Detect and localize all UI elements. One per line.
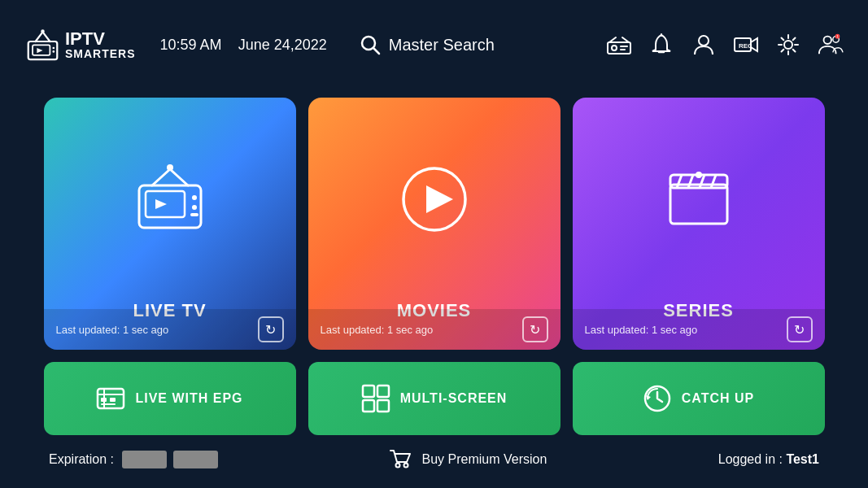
movies-icon-area xyxy=(398,98,471,300)
footer-logged-in: Logged in : Test1 xyxy=(718,452,819,467)
header: IPTV SMARTERS 10:59 AM June 24,2022 Mast… xyxy=(0,0,868,89)
movies-updated: Last updated: 1 sec ago xyxy=(321,324,434,336)
multiscreen-icon xyxy=(361,384,390,413)
logo-text: IPTV SMARTERS xyxy=(65,30,136,59)
catchup-label: CATCH UP xyxy=(682,391,754,406)
epg-icon xyxy=(96,384,125,413)
buy-premium-button[interactable]: Buy Premium Version xyxy=(389,449,547,470)
svg-point-6 xyxy=(53,47,55,50)
svg-line-41 xyxy=(688,175,693,188)
svg-point-13 xyxy=(612,46,617,50)
movies-card[interactable]: MOVIES Last updated: 1 sec ago ↻ xyxy=(308,98,560,350)
svg-rect-14 xyxy=(620,46,628,47)
svg-rect-53 xyxy=(363,400,374,412)
svg-marker-5 xyxy=(37,48,42,53)
logged-in-label: Logged in : xyxy=(718,452,783,466)
svg-point-58 xyxy=(404,464,408,468)
series-updated: Last updated: 1 sec ago xyxy=(585,324,698,336)
logo-smarters: SMARTERS xyxy=(65,48,136,59)
svg-line-43 xyxy=(711,175,716,188)
header-icons: REC ! xyxy=(606,32,844,58)
svg-rect-51 xyxy=(363,386,374,397)
logo-iptv: IPTV xyxy=(65,30,136,48)
svg-point-29 xyxy=(167,164,173,171)
svg-rect-35 xyxy=(190,213,198,216)
search-bar[interactable]: Master Search xyxy=(360,34,606,55)
svg-rect-38 xyxy=(670,185,727,224)
movies-footer: Last updated: 1 sec ago ↻ xyxy=(308,309,560,350)
series-card[interactable]: SERIES Last updated: 1 sec ago ↻ xyxy=(573,98,825,350)
clock-display: 10:59 AM xyxy=(160,37,222,54)
svg-rect-49 xyxy=(101,403,116,405)
series-footer: Last updated: 1 sec ago ↻ xyxy=(573,309,825,350)
buy-premium-label: Buy Premium Version xyxy=(421,452,547,467)
svg-text:REC: REC xyxy=(739,42,752,50)
svg-line-40 xyxy=(677,175,682,188)
expiry-bar-2 xyxy=(173,451,218,468)
live-tv-updated: Last updated: 1 sec ago xyxy=(56,324,169,336)
expiry-bar-1 xyxy=(122,451,167,468)
svg-point-57 xyxy=(396,464,400,468)
svg-line-9 xyxy=(373,48,379,54)
svg-point-33 xyxy=(192,195,197,200)
catchup-card[interactable]: CATCH UP xyxy=(573,362,825,435)
search-label: Master Search xyxy=(389,36,495,54)
logo: IPTV SMARTERS xyxy=(24,28,136,61)
live-tv-card[interactable]: LIVE TV Last updated: 1 sec ago ↻ xyxy=(44,98,296,350)
expiry-bars xyxy=(122,451,218,468)
svg-rect-15 xyxy=(620,49,626,50)
svg-point-2 xyxy=(41,29,44,33)
multiscreen-card[interactable]: MULTI-SCREEN xyxy=(308,362,560,435)
datetime: 10:59 AM June 24,2022 xyxy=(160,37,327,54)
footer-expiration: Expiration : xyxy=(49,451,218,468)
logo-icon xyxy=(24,28,61,61)
clapperboard-icon xyxy=(662,167,735,232)
search-icon xyxy=(360,34,381,55)
settings-button[interactable] xyxy=(775,32,801,58)
live-epg-card[interactable]: LIVE WITH EPG xyxy=(44,362,296,435)
cards-grid: LIVE TV Last updated: 1 sec ago ↻ MOVIES… xyxy=(49,98,819,435)
play-circle-icon xyxy=(398,163,471,236)
footer: Expiration : Buy Premium Version Logged … xyxy=(0,439,868,480)
live-tv-refresh[interactable]: ↻ xyxy=(258,316,284,342)
profile-button[interactable] xyxy=(691,32,717,58)
svg-rect-54 xyxy=(377,400,389,412)
cart-icon xyxy=(389,449,412,470)
svg-point-34 xyxy=(192,205,197,210)
radio-button[interactable] xyxy=(606,32,632,58)
notification-button[interactable] xyxy=(648,32,674,58)
svg-line-28 xyxy=(170,169,188,185)
expiration-label: Expiration : xyxy=(49,452,114,467)
main-content: LIVE TV Last updated: 1 sec ago ↻ MOVIES… xyxy=(0,89,868,435)
svg-point-44 xyxy=(696,172,702,178)
multiuser-button[interactable]: ! xyxy=(818,32,844,58)
series-icon-area xyxy=(662,98,735,300)
live-epg-label: LIVE WITH EPG xyxy=(135,390,242,406)
svg-rect-48 xyxy=(110,398,116,402)
date-display: June 24,2022 xyxy=(238,37,327,54)
catchup-icon xyxy=(643,384,672,413)
svg-point-22 xyxy=(784,41,792,49)
svg-point-7 xyxy=(53,50,55,53)
svg-line-27 xyxy=(152,169,170,185)
svg-marker-37 xyxy=(426,185,453,213)
svg-rect-52 xyxy=(377,386,389,397)
live-tv-footer: Last updated: 1 sec ago ↻ xyxy=(44,309,296,350)
tv-icon xyxy=(129,163,211,236)
username-display: Test1 xyxy=(786,452,819,466)
series-refresh[interactable]: ↻ xyxy=(787,316,813,342)
record-button[interactable]: REC xyxy=(733,32,759,58)
movies-refresh[interactable]: ↻ xyxy=(522,316,548,342)
svg-line-1 xyxy=(43,32,50,41)
multiscreen-label: MULTI-SCREEN xyxy=(400,391,508,406)
svg-line-0 xyxy=(36,32,43,41)
svg-point-18 xyxy=(699,36,709,46)
live-tv-icon-area xyxy=(129,98,211,300)
svg-point-23 xyxy=(824,37,831,44)
svg-marker-32 xyxy=(155,199,167,209)
